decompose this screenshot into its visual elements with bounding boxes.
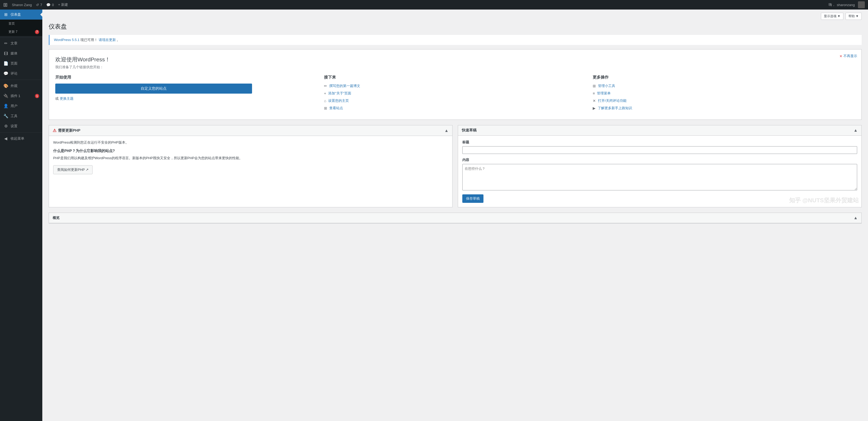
username-link[interactable]: sharonzang [837, 3, 855, 7]
avatar [858, 1, 865, 8]
display-options-button[interactable]: 显示选项 ▼ [821, 13, 843, 20]
page-title: 仪表盘 [42, 20, 868, 35]
content-label: 内容 [462, 158, 857, 162]
user-greeting: 嗨， sharonzang [829, 2, 855, 7]
php-panel-toggle[interactable]: ▲ [444, 128, 448, 133]
menu-separator-2 [0, 79, 42, 80]
dashboard-submenu: 首页 更新 7 7 [0, 20, 42, 36]
list-item: ⊞ 查看站点 [324, 106, 586, 110]
sidebar-item-settings[interactable]: ⚙ 设置 [0, 121, 42, 131]
learn-more-link[interactable]: 了解更多新手上路知识 [598, 106, 632, 110]
welcome-col-start: 开始使用 自定义您的站点 或 更换主题 [55, 75, 318, 113]
main-content: 显示选项 ▼ 帮助 ▼ 仪表盘 WordPress 5.5.1 现已可用！ 请现… [42, 9, 868, 421]
dashboard-icon: ⊞ [3, 12, 8, 17]
media-icon: 🎞 [3, 51, 8, 56]
updates-count[interactable]: ↺ 7 [36, 3, 42, 7]
add-about-icon: + [324, 91, 326, 95]
draft-content-textarea[interactable] [462, 164, 857, 190]
setup-home-link[interactable]: 设置您的主页 [328, 98, 349, 103]
toggle-comments-link[interactable]: 打开/关闭评论功能 [598, 98, 626, 103]
welcome-dismiss-link[interactable]: ✕ 不再显示 [839, 54, 857, 59]
sidebar-item-dashboard[interactable]: ⊞ 仪表盘 [0, 9, 42, 20]
welcome-subtitle: 我们准备了几个链接供您开始： [55, 65, 855, 70]
appearance-icon: 🎨 [3, 84, 8, 88]
sidebar-item-collapse[interactable]: ◀ 收起菜单 [0, 134, 42, 143]
sidebar-item-appearance[interactable]: 🎨 外观 [0, 81, 42, 91]
sidebar-item-pages[interactable]: 📄 页面 [0, 59, 42, 68]
list-item: ⌂ 设置您的主页 [324, 98, 586, 103]
welcome-col-more: 更多操作 ⊞ 管理小工具 ≡ 管理菜单 ✕ 打开/关闭评论功能 [593, 75, 855, 113]
comments-count[interactable]: 💬 0 [46, 3, 54, 7]
php-panel-title: ⚠ 需要更新PHP [53, 128, 81, 133]
plugins-icon: 🔌 [3, 94, 8, 98]
overview-panel-toggle[interactable]: ▲ [854, 216, 858, 220]
manage-widgets-link[interactable]: 管理小工具 [598, 84, 615, 88]
sidebar-item-updates[interactable]: 更新 7 7 [0, 28, 42, 36]
menu-separator-1 [0, 37, 42, 37]
draft-title-input[interactable] [462, 146, 857, 154]
list-item: ≡ 管理菜单 [593, 91, 855, 96]
sidebar-item-media[interactable]: 🎞 媒体 [0, 48, 42, 59]
sidebar-item-plugins[interactable]: 🔌 插件 1 1 [0, 91, 42, 101]
welcome-or-text: 或 更换主题 [55, 96, 318, 101]
update-version-link[interactable]: WordPress 5.5.1 [54, 38, 80, 42]
manage-menus-link[interactable]: 管理菜单 [597, 91, 611, 96]
setup-home-icon: ⌂ [324, 99, 326, 103]
toggle-comments-icon: ✕ [593, 99, 596, 103]
wp-logo-icon[interactable]: ⊞ [3, 2, 8, 8]
php-panel-header: ⚠ 需要更新PHP ▲ [49, 125, 452, 136]
help-button[interactable]: 帮助 ▼ [845, 13, 862, 20]
comments-icon: 💬 [3, 71, 8, 76]
panels-row: ⚠ 需要更新PHP ▲ WordPress检测到您正在运行不安全的PHP版本。 … [49, 125, 862, 213]
update-notice: WordPress 5.5.1 现已可用！ 请现在更新 。 [49, 35, 862, 45]
manage-menus-icon: ≡ [593, 91, 595, 95]
write-post-icon: ✏ [324, 84, 327, 88]
quick-draft-toggle[interactable]: ▲ [854, 128, 858, 133]
php-panel: ⚠ 需要更新PHP ▲ WordPress检测到您正在运行不安全的PHP版本。 … [49, 125, 453, 207]
list-item: ⊞ 管理小工具 [593, 84, 855, 88]
sidebar-item-home[interactable]: 首页 [0, 20, 42, 28]
update-now-link[interactable]: 请现在更新 [99, 38, 116, 42]
overview-section: 概览 ▲ [49, 213, 862, 223]
new-content-button[interactable]: + 新建 [58, 2, 68, 7]
list-item: ✏ 撰写您的第一篇博文 [324, 84, 586, 88]
site-name[interactable]: Sharon Zang [12, 3, 32, 7]
sidebar-item-users[interactable]: 👤 用户 [0, 101, 42, 111]
learn-more-icon: ▶ [593, 106, 596, 110]
welcome-col3-links: ⊞ 管理小工具 ≡ 管理菜单 ✕ 打开/关闭评论功能 ▶ [593, 84, 855, 110]
welcome-col-next: 接下来 ✏ 撰写您的第一篇博文 + 添加"关于"页面 ⌂ 设置您的主页 [324, 75, 586, 113]
welcome-panel: ✕ 不再显示 欢迎使用WordPress！ 我们准备了几个链接供您开始： 开始使… [49, 49, 862, 120]
tools-icon: 🔧 [3, 114, 8, 119]
sidebar-item-tools[interactable]: 🔧 工具 [0, 111, 42, 121]
welcome-col2-links: ✏ 撰写您的第一篇博文 + 添加"关于"页面 ⌂ 设置您的主页 ⊞ [324, 84, 586, 110]
write-first-post-link[interactable]: 撰写您的第一篇博文 [329, 84, 360, 88]
list-item: ✕ 打开/关闭评论功能 [593, 98, 855, 103]
admin-bar: ⊞ Sharon Zang ↺ 7 💬 0 + 新建 嗨， sharonzang [0, 0, 868, 9]
manage-widgets-icon: ⊞ [593, 84, 596, 88]
settings-icon: ⚙ [3, 124, 8, 129]
collapse-icon: ◀ [3, 136, 8, 141]
plugins-badge: 1 [35, 94, 39, 98]
posts-icon: ✏ [3, 41, 8, 46]
customize-site-button[interactable]: 自定义您的站点 [55, 84, 252, 94]
warning-icon: ⚠ [53, 128, 56, 133]
sidebar-item-posts[interactable]: ✏ 文章 [0, 38, 42, 48]
view-site-icon: ⊞ [324, 106, 327, 110]
content-header: 显示选项 ▼ 帮助 ▼ [42, 9, 868, 20]
change-theme-link[interactable]: 更换主题 [60, 97, 73, 100]
updates-badge: 7 [35, 30, 39, 34]
update-php-button[interactable]: 查阅如何更新PHP ↗ [53, 165, 93, 174]
save-draft-button[interactable]: 保存草稿 [462, 194, 484, 203]
add-about-page-link[interactable]: 添加"关于"页面 [328, 91, 351, 96]
quick-draft-panel: 快速草稿 ▲ 标题 内容 保存草稿 知乎 @NUTS坚果外贸建站 [458, 125, 862, 207]
quick-draft-panel-header: 快速草稿 ▲ [458, 125, 861, 136]
welcome-columns: 开始使用 自定义您的站点 或 更换主题 接下来 ✏ 撰写您的第一篇博文 [55, 75, 855, 113]
list-item: + 添加"关于"页面 [324, 91, 586, 96]
sidebar-item-comments[interactable]: 💬 评论 [0, 68, 42, 78]
list-item: ▶ 了解更多新手上路知识 [593, 106, 855, 110]
php-panel-body: WordPress检测到您正在运行不安全的PHP版本。 什么是PHP？为什么它影… [49, 136, 452, 179]
overview-panel: 概览 ▲ [49, 213, 862, 223]
pages-icon: 📄 [3, 61, 8, 66]
users-icon: 👤 [3, 104, 8, 108]
view-site-link[interactable]: 查看站点 [329, 106, 343, 110]
